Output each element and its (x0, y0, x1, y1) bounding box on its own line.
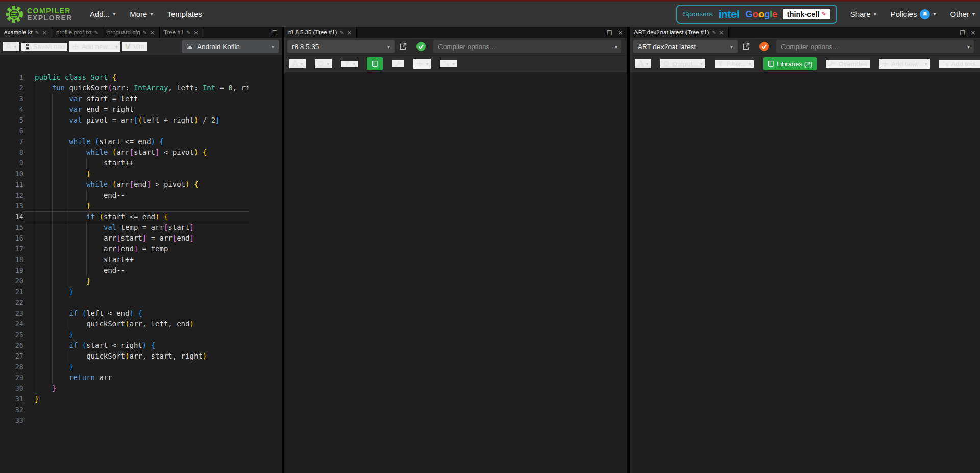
compiler-options-input[interactable] (433, 43, 615, 51)
think-cell-logo[interactable]: think-cell ✎ (783, 9, 830, 19)
nav-item-add-[interactable]: Add...▾ (90, 10, 115, 18)
save-icon (24, 43, 31, 50)
toolbar-button-output[interactable]: ⚙Output...▾ (660, 59, 705, 68)
logo-line1: COMPILER (27, 7, 72, 14)
toolbar-button-overrides[interactable]: Overrides (826, 60, 869, 68)
tab-proguard.cfg[interactable]: proguard.cfg✎× (103, 27, 160, 38)
toolbar-button-filter[interactable]: ▾ (341, 61, 358, 67)
toolbar-button-screwdriver[interactable]: ▾ (440, 60, 457, 67)
code-token: if (86, 212, 99, 221)
maximize-icon[interactable]: □ (960, 29, 965, 36)
sponsors-box[interactable]: Sponsors intel Google think-cell ✎ (676, 5, 837, 24)
google-logo[interactable]: Google (745, 9, 777, 20)
code-line-23[interactable]: 23if (left < end) { (0, 308, 249, 319)
code-line-24[interactable]: 24quickSort(arr, left, end) (0, 319, 249, 329)
indent-guide (69, 190, 86, 201)
toolbar-button-save-load[interactable]: Save/Load (21, 43, 67, 51)
toolbar-button-add-tool[interactable]: Add tool...▾ (939, 60, 980, 68)
toolbar-button-libraries-2[interactable]: Libraries (2) (763, 57, 817, 70)
code-line-29[interactable]: 29return arr (0, 372, 249, 383)
toolbar-button-add-new[interactable]: +Add new...▾ (879, 59, 930, 69)
toolbar-button-font-size[interactable]: A▾ (3, 42, 19, 51)
code-line-18[interactable]: 18start++ (0, 254, 249, 265)
chevron-down-icon[interactable]: ▾ (967, 44, 974, 50)
language-select[interactable]: Android Kotlin▾ (182, 40, 279, 53)
compiler-select-dex2oat[interactable]: ART dex2oat latest ▾ (633, 40, 738, 53)
tab-art-dex2oat-latest-tree-1-[interactable]: ART dex2oat latest (Tree #1)✎× (630, 27, 729, 38)
code-line-7[interactable]: 7while (start <= end) { (0, 136, 249, 147)
toolbar-button-book[interactable] (367, 57, 383, 70)
code-line-22[interactable]: 22 (0, 297, 249, 308)
toolbar-button-vim[interactable]: VVim (122, 42, 147, 51)
open-in-new-window-icon[interactable] (397, 40, 410, 53)
code-line-32[interactable]: 32 (0, 405, 249, 415)
maximize-icon[interactable]: □ (607, 29, 612, 36)
code-line-19[interactable]: 19end-- (0, 265, 249, 276)
toolbar-button-font-size[interactable]: A▾ (289, 59, 306, 68)
code-line-21[interactable]: 21} (0, 287, 249, 297)
code-line-31[interactable]: 31} (0, 394, 249, 405)
code-token: [ (116, 245, 120, 253)
code-line-16[interactable]: 16arr[start] = arr[end] (0, 233, 249, 244)
toolbar-button-font-size[interactable]: A▾ (635, 59, 651, 68)
chevron-down-icon: ▾ (301, 61, 303, 67)
nav-item-other[interactable]: Other▾ (950, 10, 975, 18)
nav-item-templates[interactable]: Templates (167, 10, 202, 18)
code-line-33[interactable]: 33 (0, 415, 249, 426)
code-line-11[interactable]: 11while (arr[end] > pivot) { (0, 179, 249, 190)
code-line-6[interactable]: 6 (0, 126, 249, 136)
code-line-14[interactable]: 14if (start <= end) { (0, 211, 249, 222)
compiler-options-input[interactable] (776, 43, 967, 51)
maximize-icon[interactable]: □ (272, 29, 278, 36)
code-line-15[interactable]: 15val temp = arr[start] (0, 222, 249, 233)
code-line-20[interactable]: 20} (0, 276, 249, 287)
code-line-1[interactable]: 1public class Sort { (0, 72, 249, 83)
book-icon (768, 60, 774, 67)
code-line-10[interactable]: 10} (0, 169, 249, 179)
compile-status-badge-warning[interactable] (756, 40, 772, 53)
code-line-4[interactable]: 4var end = right (0, 104, 249, 115)
close-icon[interactable]: × (970, 29, 976, 36)
intel-logo[interactable]: intel (719, 8, 740, 20)
tab-profile.prof.txt[interactable]: profile.prof.txt✎ (52, 27, 103, 38)
tab-r8-8.5.35-tree-1-[interactable]: r8 8.5.35 (Tree #1)✎× (284, 27, 357, 38)
code-line-28[interactable]: 28} (0, 362, 249, 372)
code-line-12[interactable]: 12end-- (0, 190, 249, 201)
indent-guide (69, 222, 86, 233)
tab-example.kt[interactable]: example.kt✎× (0, 27, 52, 38)
nav-item-share[interactable]: Share▾ (850, 10, 876, 18)
toolbar-button-add-new[interactable]: +Add new...▾ (69, 41, 120, 52)
tab-tree-1[interactable]: Tree #1✎× (160, 27, 204, 38)
toolbar-button-gear[interactable]: ⚙▾ (315, 59, 332, 68)
code-line-content: quickSort(arr, start, right) (23, 351, 249, 362)
toolbar-button-plus[interactable]: +▾ (413, 59, 431, 69)
toolbar-button-filter[interactable]: Filter...▾ (715, 60, 754, 68)
code-line-26[interactable]: 26if (start < right) { (0, 340, 249, 351)
code-line-5[interactable]: 5val pivot = arr[(left + right) / 2] (0, 115, 249, 126)
code-line-2[interactable]: 2fun quickSort(arr: IntArray, left: Int … (0, 83, 249, 93)
code-line-30[interactable]: 30} (0, 383, 249, 394)
chevron-down-icon[interactable]: ▾ (615, 44, 621, 50)
line-number: 27 (0, 351, 23, 362)
code-token (146, 341, 151, 349)
compiler-explorer-logo[interactable]: COMPILER EXPLORER (5, 5, 72, 23)
code-line-13[interactable]: 13} (0, 201, 249, 211)
nav-item-policies[interactable]: Policies▾ (891, 9, 936, 19)
code-line-3[interactable]: 3var start = left (0, 93, 249, 104)
code-line-27[interactable]: 27quickSort(arr, start, right) (0, 351, 249, 362)
close-icon[interactable]: × (618, 29, 623, 36)
source-code-editor[interactable]: 1public class Sort {2fun quickSort(arr: … (0, 72, 282, 473)
compiler-select-r8[interactable]: r8 8.5.35 ▾ (287, 40, 395, 53)
code-line-25[interactable]: 25} (0, 329, 249, 340)
indent-guide (35, 158, 52, 169)
code-token: = (215, 84, 228, 92)
code-line-9[interactable]: 9start++ (0, 158, 249, 169)
code-line-17[interactable]: 17arr[end] = temp (0, 244, 249, 254)
code-line-8[interactable]: 8while (arr[start] < pivot) { (0, 147, 249, 158)
r8-output-editor[interactable] (284, 72, 627, 473)
nav-item-more[interactable]: More▾ (130, 10, 153, 18)
open-in-new-window-icon[interactable] (740, 40, 753, 53)
compile-status-badge-ok[interactable] (413, 40, 429, 53)
toolbar-button-wrench[interactable] (392, 60, 404, 67)
dex2oat-output-editor[interactable] (630, 72, 980, 473)
